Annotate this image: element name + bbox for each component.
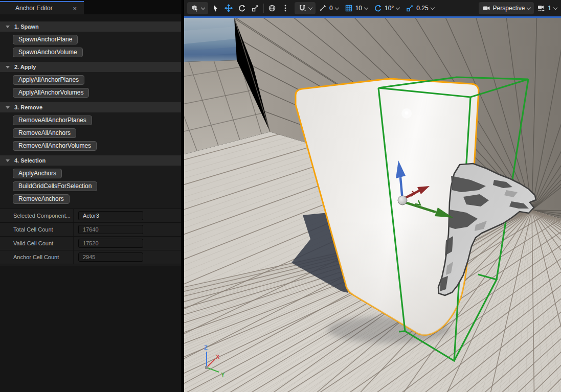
chevron-down-icon [308, 5, 312, 9]
collapse-arrow-icon [6, 106, 10, 109]
rotation-snap-control[interactable]: 10° [374, 4, 399, 12]
panel-body: 1. Spawn SpawnAnchorPlane SpawnAnchorVol… [0, 21, 181, 266]
apply-all-anchor-volumes-button[interactable]: ApplyAllAnchorVolumes [13, 88, 89, 98]
viewport-toolbar: 0 10 10° 0.25 Perspective 1 [184, 0, 561, 18]
apply-all-anchor-planes-button[interactable]: ApplyAllAnchorPlanes [13, 75, 84, 85]
location-snap-icon [319, 4, 327, 12]
world-space-globe-icon[interactable] [268, 4, 276, 12]
property-row: Selected Component... Actor3 [0, 209, 181, 223]
kebab-menu-icon[interactable] [281, 4, 289, 12]
chevron-down-icon [334, 5, 339, 9]
section-header-spawn[interactable]: 1. Spawn [0, 21, 181, 32]
anchor-cell-count-field[interactable]: 2945 [78, 252, 143, 262]
scale-snap-icon [406, 4, 414, 12]
unreal-editor-window: { "panel": { "tab": { "title": "Anchor E… [0, 0, 561, 392]
anchor-editor-panel: Anchor Editor × 1. Spawn SpawnAnchorPlan… [0, 0, 183, 392]
chevron-down-icon [527, 5, 531, 9]
view-mode-dropdown[interactable]: Perspective [479, 2, 534, 14]
axis-y-label: Y [221, 372, 225, 378]
tab-anchor-editor[interactable]: Anchor Editor × [0, 1, 84, 14]
property-row: Total Cell Count 17640 [0, 223, 181, 237]
tab-title: Anchor Editor [15, 5, 73, 12]
camera-speed-icon [537, 4, 545, 12]
rotate-tool-icon[interactable] [238, 4, 246, 12]
total-cell-count-field[interactable]: 17640 [78, 225, 143, 234]
section-header-remove[interactable]: 3. Remove [0, 102, 181, 112]
collapse-arrow-icon [6, 66, 10, 68]
gizmo-origin-ball [398, 196, 407, 205]
select-mode-dropdown[interactable] [187, 2, 208, 14]
chevron-down-icon [396, 5, 400, 9]
grid-snap-control[interactable]: 10 [345, 4, 368, 12]
scale-tool-icon[interactable] [251, 4, 259, 12]
grid-snap-icon [345, 4, 353, 12]
surface-snap-magnet-icon [298, 4, 306, 12]
section-header-selection[interactable]: 4. Selection [0, 155, 181, 166]
axis-x-label: X [216, 354, 220, 360]
spawn-anchor-plane-button[interactable]: SpawnAnchorPlane [13, 35, 78, 44]
remove-all-anchor-planes-button[interactable]: RemoveAllAnchorPlanes [13, 116, 92, 125]
move-tool-icon[interactable] [225, 4, 233, 12]
viewport-3d-scene[interactable]: Z X Y [184, 18, 561, 392]
select-mode-cube-icon [191, 4, 199, 12]
remove-all-anchor-volumes-button[interactable]: RemoveAllAnchorVolumes [13, 141, 97, 151]
valid-cell-count-field[interactable]: 17520 [78, 239, 143, 248]
view-mode-label: Perspective [493, 5, 525, 12]
collapse-arrow-icon [6, 26, 10, 28]
property-row: Anchor Cell Count 2945 [0, 250, 181, 264]
remove-anchors-button[interactable]: RemoveAnchors [13, 194, 70, 204]
select-tool-icon[interactable] [211, 4, 219, 12]
apply-anchors-button[interactable]: ApplyAnchors [13, 169, 62, 178]
sky [184, 18, 237, 62]
property-row: Valid Cell Count 17520 [0, 237, 181, 250]
remove-all-anchors-button[interactable]: RemoveAllAnchors [13, 128, 76, 138]
surface-snapping-dropdown[interactable] [295, 2, 316, 14]
spawn-anchor-volume-button[interactable]: SpawnAnchorVolume [13, 48, 83, 57]
chevron-down-icon [553, 5, 557, 9]
selected-component-field[interactable]: Actor3 [78, 211, 143, 220]
rotation-snap-icon [374, 4, 382, 12]
property-grid: Selected Component... Actor3 Total Cell … [0, 209, 181, 264]
chevron-down-icon [364, 5, 368, 9]
chevron-down-icon [201, 5, 205, 9]
chevron-down-icon [430, 5, 434, 9]
scale-snap-control[interactable]: 0.25 [406, 4, 434, 12]
camera-perspective-icon [482, 4, 490, 12]
axis-z-label: Z [204, 344, 208, 351]
camera-speed-control[interactable]: 1 [537, 4, 557, 12]
build-grid-cells-button[interactable]: BuildGridCellsForSelection [13, 181, 97, 191]
close-icon[interactable]: × [73, 5, 77, 12]
section-header-apply[interactable]: 2. Apply [0, 62, 181, 72]
collapse-arrow-icon [6, 159, 10, 162]
location-snap-control[interactable]: 0 [319, 4, 339, 12]
tab-bar: Anchor Editor × [0, 0, 181, 14]
